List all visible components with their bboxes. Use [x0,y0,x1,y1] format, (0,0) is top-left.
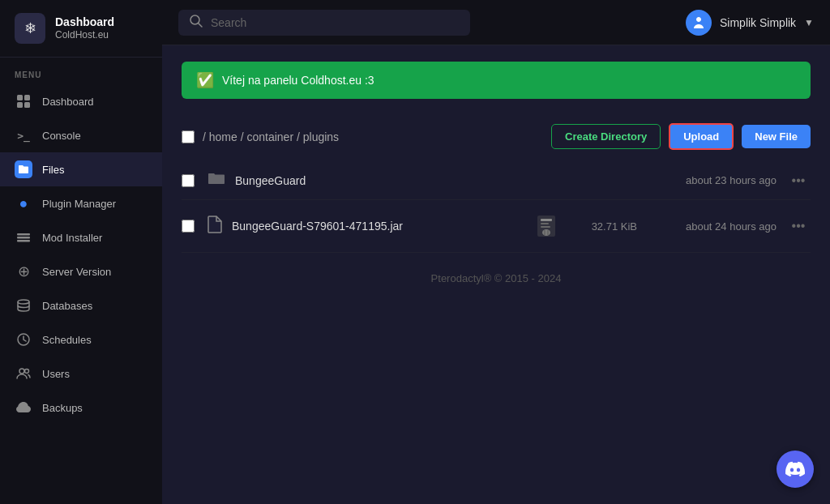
search-icon [190,15,203,31]
sidebar-mod-installer-label: Mod Installer [42,232,102,244]
action-buttons: Create Directory Upload New File [551,123,811,150]
sidebar-menu-label: MENU [0,58,162,84]
user-name: Simplik Simplik [720,16,796,29]
create-directory-button[interactable]: Create Directory [551,124,661,149]
discord-button[interactable] [777,451,814,488]
table-row: BungeeGuard about 23 hours ago ••• [182,161,811,200]
sidebar-item-schedules[interactable]: Schedules [0,322,162,357]
file-checkbox-dir[interactable] [182,174,195,187]
svg-point-7 [18,300,29,304]
check-circle-icon: ✅ [196,71,214,89]
svg-rect-2 [17,102,23,108]
sidebar-item-mod-installer[interactable]: Mod Installer [0,220,162,254]
dir-modified-time: about 23 hours ago [647,174,777,186]
console-icon: >_ [15,126,32,144]
avatar [686,10,712,36]
footer-text: Pterodactyl® © 2015 - 2024 [182,272,811,284]
sidebar-item-users[interactable]: Users [0,357,162,391]
topbar: Simplik Simplik ▼ [162,0,830,45]
svg-line-12 [199,23,203,27]
svg-rect-1 [24,95,30,100]
files-icon [15,160,32,178]
svg-rect-3 [24,102,30,108]
jar-file-size: 32.71 KiB [572,220,637,233]
sidebar-app-title: Dashboard [55,15,114,29]
logo-icon: ❄ [24,19,36,37]
file-manager-header: / home / container / plugins Create Dire… [182,115,811,158]
sidebar-databases-label: Databases [42,300,92,312]
dashboard-icon [15,92,32,110]
directory-name[interactable]: BungeeGuard [235,174,563,187]
backups-icon [15,399,32,416]
new-file-button[interactable]: New File [742,125,811,148]
folder-icon [208,171,225,190]
svg-rect-15 [541,219,552,221]
table-row: BungeeGuard-S79601-471195.jar 32.71 KiB … [182,200,811,253]
jar-file-name[interactable]: BungeeGuard-S79601-471195.jar [232,220,520,233]
mod-installer-icon [15,229,32,246]
svg-rect-6 [17,240,30,242]
sidebar: ❄ Dashboard ColdHost.eu MENU Dashboard >… [0,0,162,504]
server-version-icon: ⊕ [15,263,32,280]
schedules-icon [15,331,32,348]
sidebar-files-label: Files [42,164,64,176]
content-area: ✅ Vítej na panelu Coldhost.eu :3 / home … [162,45,830,504]
svg-rect-16 [541,223,549,224]
jar-thumbnail [530,210,563,242]
sidebar-logo: ❄ [15,13,45,44]
svg-rect-4 [17,233,30,236]
users-icon [15,365,32,382]
sidebar-plugin-manager-label: Plugin Manager [42,198,116,210]
svg-point-18 [542,229,550,236]
user-section[interactable]: Simplik Simplik ▼ [686,10,814,36]
sidebar-backups-label: Backups [42,402,83,414]
main-content: Simplik Simplik ▼ ✅ Vítej na panelu Cold… [162,0,830,504]
sidebar-dashboard-label: Dashboard [42,96,94,108]
welcome-message: Vítej na panelu Coldhost.eu :3 [222,74,374,87]
svg-rect-0 [17,95,23,100]
svg-rect-5 [17,237,30,239]
sidebar-item-server-version[interactable]: ⊕ Server Version [0,254,162,288]
sidebar-item-plugin-manager[interactable]: ● Plugin Manager [0,186,162,220]
sidebar-users-label: Users [42,368,70,380]
select-all-checkbox[interactable] [182,130,195,143]
sidebar-item-backups[interactable]: Backups [0,391,162,425]
jar-context-menu[interactable]: ••• [786,219,811,233]
dir-context-menu[interactable]: ••• [786,173,811,188]
sidebar-title-block: Dashboard ColdHost.eu [55,15,114,41]
upload-button[interactable]: Upload [669,123,734,150]
sidebar-server-version-label: Server Version [42,266,111,278]
plugin-manager-icon: ● [15,194,32,212]
sidebar-item-databases[interactable]: Databases [0,288,162,322]
current-path: / home / container / plugins [203,130,339,143]
jar-modified-time: about 24 hours ago [647,220,777,233]
sidebar-item-console[interactable]: >_ Console [0,118,162,152]
databases-icon [15,297,32,314]
svg-point-10 [25,369,29,374]
file-checkbox-jar[interactable] [182,220,195,233]
sidebar-app-subtitle: ColdHost.eu [55,29,114,41]
chevron-down-icon: ▼ [804,17,814,28]
sidebar-console-label: Console [42,130,81,142]
svg-rect-17 [541,226,550,228]
search-wrap[interactable] [178,10,470,36]
path-section: / home / container / plugins [182,130,339,143]
sidebar-header: ❄ Dashboard ColdHost.eu [0,0,162,58]
file-icon [208,216,222,237]
file-list: BungeeGuard about 23 hours ago ••• Bunge… [182,161,811,253]
sidebar-item-files[interactable]: Files [0,152,162,186]
sidebar-item-dashboard[interactable]: Dashboard [0,84,162,118]
svg-point-9 [19,369,24,374]
welcome-banner: ✅ Vítej na panelu Coldhost.eu :3 [182,62,811,99]
search-input[interactable] [211,16,459,29]
sidebar-schedules-label: Schedules [42,334,92,346]
